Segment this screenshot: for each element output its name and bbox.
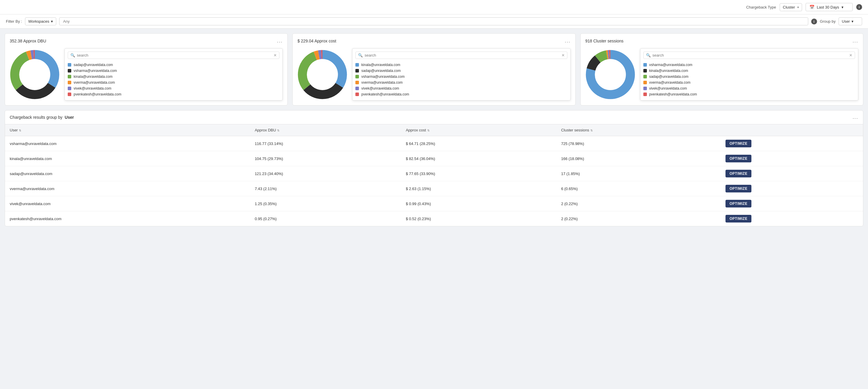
cell-cluster_sessions: 166 (18.08%) (557, 151, 721, 166)
donut-cost (298, 50, 347, 100)
optimize-button[interactable]: OPTIMIZE (725, 155, 752, 162)
legend-item-label: vsharma@unraveldata.com (649, 63, 692, 67)
cell-approx_cost: $ 0.99 (0.43%) (401, 196, 557, 211)
results-more-icon[interactable]: ... (853, 115, 858, 120)
legend-item: kinala@unraveldata.com (355, 62, 567, 68)
legend-item-label: vverma@unraveldata.com (649, 80, 690, 85)
legend-item: vivek@unraveldata.com (68, 85, 279, 91)
legend-item: pvenkatesh@unraveldata.com (643, 91, 855, 97)
sort-icon[interactable]: ⇅ (427, 129, 430, 132)
optimize-button[interactable]: OPTIMIZE (725, 215, 752, 222)
chargeback-type-select[interactable]: Cluster ▾ (780, 3, 802, 11)
legend-color-swatch (643, 69, 647, 73)
legend-item-label: vivek@unraveldata.com (361, 86, 399, 90)
card-header-cost: $ 229.04 Approx cost... (298, 38, 570, 44)
filter-input[interactable] (59, 18, 808, 25)
results-header: Chargeback results group by User ... (5, 111, 863, 124)
col-header-approx_dbu[interactable]: Approx DBU⇅ (250, 124, 401, 136)
cell-cluster_sessions: 2 (0.22%) (557, 211, 721, 226)
legend-item-label: pvenkatesh@unraveldata.com (73, 92, 121, 96)
group-by-select[interactable]: User ▾ (839, 18, 862, 25)
cell-user: pvenkatesh@unraveldata.com (5, 211, 250, 226)
legend-color-swatch (355, 92, 359, 96)
search-box-cost[interactable]: 🔍✕ (355, 52, 567, 59)
legend-item-label: sadap@unraveldata.com (73, 63, 113, 67)
card-title-dbu: 352.38 Approx DBU (10, 38, 46, 43)
legend-item: kinala@unraveldata.com (68, 74, 279, 80)
results-table: User⇅Approx DBU⇅Approx cost⇅Cluster sess… (5, 124, 863, 226)
legend-item-label: kinala@unraveldata.com (649, 69, 688, 73)
legend-item-label: kinala@unraveldata.com (361, 63, 400, 67)
results-title: Chargeback results group by User (10, 115, 74, 120)
optimize-button[interactable]: OPTIMIZE (725, 170, 752, 177)
chargeback-type-label: Chargeback Type (746, 5, 776, 9)
cell-approx_cost: $ 0.52 (0.23%) (401, 211, 557, 226)
info-icon[interactable]: i (856, 4, 862, 10)
legend-panel-sessions: 🔍✕vsharma@unraveldata.comkinala@unraveld… (640, 48, 858, 101)
cell-approx_cost: $ 2.63 (1.15%) (401, 181, 557, 196)
card-more-cost[interactable]: ... (565, 38, 570, 44)
close-icon[interactable]: ✕ (561, 53, 565, 57)
optimize-button[interactable]: OPTIMIZE (725, 185, 752, 192)
legend-color-swatch (355, 75, 359, 78)
cell-approx_cost: $ 77.65 (33.90%) (401, 166, 557, 181)
legend-item: vsharma@unraveldata.com (68, 68, 279, 74)
charts-row: 352.38 Approx DBU...🔍✕sadap@unraveldata.… (0, 29, 868, 110)
cell-user: vivek@unraveldata.com (5, 196, 250, 211)
chart-card-sessions: 918 Cluster sessions...🔍✕vsharma@unravel… (580, 33, 863, 106)
col-header-user[interactable]: User⇅ (5, 124, 250, 136)
table-row: pvenkatesh@unraveldata.com0.95 (0.27%)$ … (5, 211, 863, 226)
legend-item: vivek@unraveldata.com (643, 85, 855, 91)
legend-item: pvenkatesh@unraveldata.com (355, 91, 567, 97)
filter-info-icon[interactable]: i (811, 19, 817, 24)
card-title-sessions: 918 Cluster sessions (585, 38, 624, 43)
search-box-sessions[interactable]: 🔍✕ (643, 52, 855, 59)
legend-item: vivek@unraveldata.com (355, 85, 567, 91)
legend-item-label: pvenkatesh@unraveldata.com (649, 92, 697, 96)
search-input-dbu[interactable] (77, 53, 274, 57)
table-row: vivek@unraveldata.com1.25 (0.35%)$ 0.99 … (5, 196, 863, 211)
optimize-button[interactable]: OPTIMIZE (725, 140, 752, 147)
legend-item: sadap@unraveldata.com (643, 74, 855, 80)
cell-action: OPTIMIZE (721, 211, 863, 226)
chart-content-cost: 🔍✕kinala@unraveldata.comsadap@unraveldat… (298, 48, 570, 101)
chevron-down-icon: ▾ (851, 19, 854, 24)
close-icon[interactable]: ✕ (274, 53, 277, 57)
cell-approx_dbu: 7.43 (2.11%) (250, 181, 401, 196)
legend-color-swatch (643, 87, 647, 90)
filter-type-value: Workspaces (28, 19, 49, 24)
search-box-dbu[interactable]: 🔍✕ (68, 52, 279, 59)
optimize-button[interactable]: OPTIMIZE (725, 200, 752, 207)
close-icon[interactable]: ✕ (849, 53, 852, 57)
card-more-dbu[interactable]: ... (277, 38, 283, 44)
cell-cluster_sessions: 725 (78.98%) (557, 136, 721, 151)
filter-by-label: Filter By : (6, 19, 22, 24)
card-more-sessions[interactable]: ... (853, 38, 858, 44)
cell-action: OPTIMIZE (721, 151, 863, 166)
legend-item-label: vsharma@unraveldata.com (73, 69, 117, 73)
cell-cluster_sessions: 2 (0.22%) (557, 196, 721, 211)
legend-item-label: kinala@unraveldata.com (73, 75, 113, 79)
search-icon: 🔍 (646, 53, 651, 57)
col-header-approx_cost[interactable]: Approx cost⇅ (401, 124, 557, 136)
date-range-value: Last 30 Days (817, 5, 839, 9)
col-header-cluster_sessions[interactable]: Cluster sessions⇅ (557, 124, 721, 136)
legend-panel-dbu: 🔍✕sadap@unraveldata.comvsharma@unravelda… (64, 48, 283, 101)
legend-color-swatch (643, 92, 647, 96)
legend-color-swatch (355, 81, 359, 84)
legend-item-label: sadap@unraveldata.com (361, 69, 401, 73)
search-input-cost[interactable] (365, 53, 561, 57)
date-range-select[interactable]: 📅 Last 30 Days ▾ (806, 3, 853, 11)
sort-icon[interactable]: ⇅ (19, 129, 21, 132)
cell-action: OPTIMIZE (721, 166, 863, 181)
chevron-down-icon: ▾ (797, 6, 799, 9)
legend-item: sadap@unraveldata.com (355, 68, 567, 74)
sort-icon[interactable]: ⇅ (590, 129, 593, 132)
legend-item-label: pvenkatesh@unraveldata.com (361, 92, 409, 96)
search-input-sessions[interactable] (652, 53, 849, 57)
sort-icon[interactable]: ⇅ (277, 129, 279, 132)
group-by-value: User (842, 19, 850, 24)
chevron-down-icon: ▾ (51, 19, 53, 24)
filter-type-select[interactable]: Workspaces ▾ (25, 18, 56, 25)
results-title-group: User (65, 115, 74, 120)
